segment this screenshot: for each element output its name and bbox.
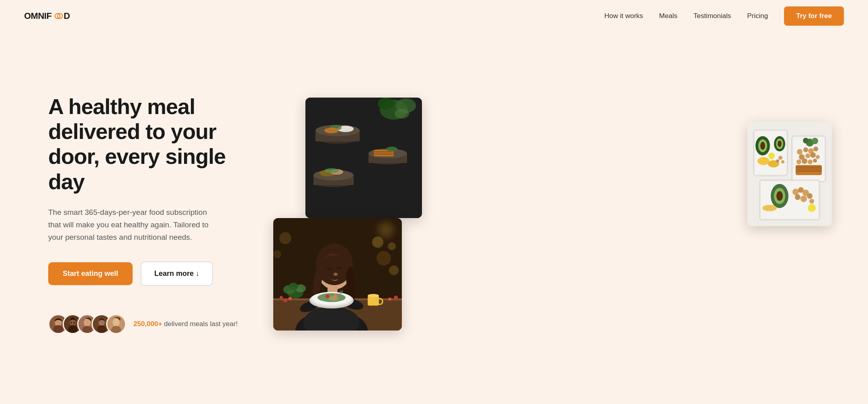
stats-text: 250,000+ deliverd meals last year! [133, 320, 237, 328]
svg-point-7 [74, 322, 75, 323]
svg-point-110 [283, 298, 287, 302]
svg-point-26 [324, 128, 339, 133]
svg-point-67 [813, 147, 818, 151]
svg-point-17 [111, 326, 121, 334]
food-bowls-image [305, 98, 422, 218]
svg-point-143 [289, 283, 298, 290]
svg-point-61 [768, 153, 775, 159]
svg-point-114 [394, 296, 398, 300]
svg-point-103 [279, 232, 291, 244]
svg-point-58 [778, 156, 782, 160]
svg-point-73 [802, 158, 807, 164]
start-eating-well-button[interactable]: Start eating well [48, 262, 133, 285]
svg-point-98 [378, 222, 394, 238]
logo: OMNIF D [24, 11, 70, 21]
svg-point-55 [778, 141, 782, 147]
svg-point-10 [82, 326, 92, 334]
svg-point-81 [812, 138, 818, 144]
svg-point-56 [757, 157, 770, 165]
svg-point-69 [805, 153, 810, 158]
svg-point-113 [388, 298, 391, 301]
svg-point-92 [800, 196, 807, 202]
svg-point-88 [792, 189, 799, 195]
svg-point-46 [395, 109, 409, 118]
svg-point-112 [280, 296, 283, 299]
svg-point-91 [795, 194, 800, 200]
svg-point-64 [797, 149, 802, 155]
svg-point-87 [776, 191, 783, 201]
hero-content: A healthy meal delivered to your door, e… [48, 94, 249, 334]
svg-point-93 [807, 193, 813, 199]
svg-point-6 [71, 322, 72, 323]
nav-pricing[interactable]: Pricing [747, 12, 768, 20]
try-for-free-button[interactable]: Try for free [784, 6, 844, 26]
hero-images [273, 98, 844, 331]
hero-title: A healthy meal delivered to your door, e… [48, 94, 249, 194]
svg-point-104 [273, 250, 281, 258]
svg-rect-76 [796, 165, 822, 175]
logo-text-start: OMNIF [24, 11, 51, 21]
svg-point-126 [334, 273, 338, 276]
svg-point-101 [377, 251, 391, 265]
nav-how-it-works[interactable]: How it works [604, 12, 643, 20]
svg-point-75 [813, 159, 817, 163]
svg-point-33 [324, 168, 339, 173]
svg-point-70 [810, 152, 816, 158]
svg-point-74 [808, 159, 813, 164]
avatar-5 [106, 314, 126, 334]
logo-text-end: D [63, 11, 70, 21]
svg-point-94 [809, 199, 814, 204]
svg-point-42 [386, 147, 397, 151]
hero-stats: 250,000+ deliverd meals last year! [48, 314, 249, 334]
woman-eating-image [273, 218, 402, 331]
svg-point-100 [388, 242, 396, 250]
svg-point-139 [368, 294, 379, 297]
hero-buttons: Start eating well Learn more ↓ [48, 261, 249, 286]
svg-point-102 [389, 265, 399, 275]
learn-more-button[interactable]: Learn more ↓ [141, 261, 213, 286]
meal-containers-image [747, 122, 832, 226]
main-nav: How it works Meals Testimonials Pricing … [604, 6, 844, 26]
svg-point-71 [816, 155, 820, 159]
svg-point-13 [97, 325, 106, 333]
svg-point-2 [53, 325, 63, 333]
nav-testimonials[interactable]: Testimonials [694, 12, 731, 20]
svg-point-16 [113, 318, 120, 326]
svg-point-5 [68, 325, 78, 333]
svg-point-72 [796, 159, 801, 164]
svg-point-96 [808, 204, 816, 212]
svg-point-60 [781, 160, 784, 163]
svg-point-45 [378, 98, 394, 110]
svg-point-99 [372, 237, 383, 248]
hero-section: A healthy meal delivered to your door, e… [0, 32, 868, 404]
stats-number: 250,000+ [133, 320, 162, 328]
customer-avatars [48, 314, 126, 334]
logo-infinity-icon [52, 12, 63, 20]
svg-point-95 [762, 205, 777, 211]
svg-point-65 [803, 147, 808, 152]
svg-rect-14 [100, 324, 104, 325]
hero-subtitle: The smart 365-days-per-year food subscri… [48, 206, 217, 244]
header: OMNIF D How it works Meals Testimonials … [0, 0, 868, 32]
nav-meals[interactable]: Meals [659, 12, 677, 20]
svg-point-82 [803, 138, 809, 143]
svg-point-59 [776, 159, 779, 163]
svg-point-52 [760, 142, 765, 150]
